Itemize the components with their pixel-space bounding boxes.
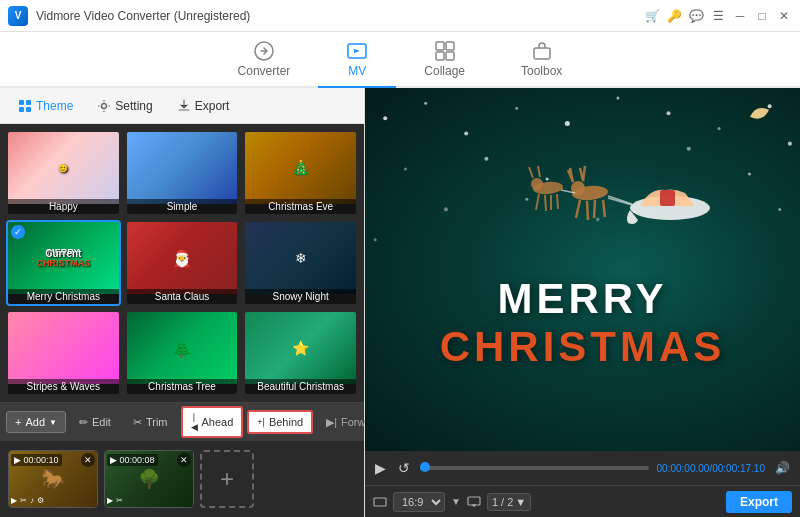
svg-point-12 xyxy=(383,116,387,120)
key-icon[interactable]: 🔑 xyxy=(666,8,682,24)
app-title: Vidmore Video Converter (Unregistered) xyxy=(36,9,644,23)
nav-toolbox[interactable]: Toolbox xyxy=(493,34,590,88)
clip1-cut-icon[interactable]: ✂ xyxy=(20,496,27,505)
theme-santa[interactable]: 🎅 Santa Claus xyxy=(125,220,240,306)
theme-tab-label: Theme xyxy=(36,99,73,113)
clip2-close[interactable]: ✕ xyxy=(177,453,191,467)
ahead-label: Ahead xyxy=(202,416,234,428)
setting-tab[interactable]: Setting xyxy=(87,95,162,117)
clip2-time: ▶ 00:00:08 xyxy=(107,454,158,466)
behind-icon: +| xyxy=(257,417,265,427)
progress-bar[interactable] xyxy=(420,466,649,470)
merry-text: MERRY xyxy=(365,275,800,323)
player-footer: 16:9 4:3 1:1 ▼ 1 / 2 ▼ Export xyxy=(365,485,800,517)
svg-point-26 xyxy=(444,207,448,211)
svg-rect-9 xyxy=(19,107,24,112)
nav-mv-label: MV xyxy=(348,64,366,78)
behind-label: Behind xyxy=(269,416,303,428)
loop-button[interactable]: ↺ xyxy=(396,458,412,478)
player-controls: ▶ ↺ 00:00:00.00/00:00:17.10 🔊 xyxy=(365,451,800,485)
clip1-play-icon[interactable]: ▶ xyxy=(11,496,17,505)
timeline-toolbar: + Add ▼ ✏ Edit ✂ Trim |◀ Ahead +| xyxy=(0,403,364,441)
clip1-settings-icon[interactable]: ⚙ xyxy=(37,496,44,505)
theme-snowy[interactable]: ❄ Snowy Night xyxy=(243,220,358,306)
svg-rect-2 xyxy=(436,42,444,50)
svg-rect-5 xyxy=(446,52,454,60)
edit-label: Edit xyxy=(92,416,111,428)
christmas-text: CHRISTMAS xyxy=(365,323,800,371)
cart-icon[interactable]: 🛒 xyxy=(644,8,660,24)
svg-point-29 xyxy=(374,238,377,241)
monitor-icon xyxy=(467,495,481,509)
svg-line-46 xyxy=(608,196,632,204)
play-button[interactable]: ▶ xyxy=(373,458,388,478)
theme-simple[interactable]: Simple xyxy=(125,130,240,216)
nav-converter[interactable]: Converter xyxy=(210,34,319,88)
theme-xmas-eve-label: Christmas Eve xyxy=(245,199,356,214)
svg-line-45 xyxy=(557,194,558,209)
add-clip-button[interactable]: + xyxy=(200,450,254,508)
theme-christmas-eve[interactable]: 🎄 Christmas Eve xyxy=(243,130,358,216)
close-icon[interactable]: ✕ xyxy=(776,8,792,24)
aspect-icon xyxy=(373,495,387,509)
clip1-audio-icon[interactable]: ♪ xyxy=(30,496,34,505)
menu-icon[interactable]: ☰ xyxy=(710,8,726,24)
nav-collage[interactable]: Collage xyxy=(396,34,493,88)
volume-button[interactable]: 🔊 xyxy=(773,459,792,477)
timeline-clips: 🐎 ▶ 00:00:10 ✕ ▶ ✂ ♪ ⚙ xyxy=(0,441,364,517)
theme-beautiful[interactable]: ⭐ Beautiful Christmas xyxy=(243,310,358,396)
title-bar: V Vidmore Video Converter (Unregistered)… xyxy=(0,0,800,32)
chat-icon[interactable]: 💬 xyxy=(688,8,704,24)
svg-point-25 xyxy=(748,172,751,175)
theme-happy[interactable]: 😊 Happy xyxy=(6,130,121,216)
clip1-time: ▶ 00:00:10 xyxy=(11,454,62,466)
svg-point-13 xyxy=(424,102,427,105)
resolution-select[interactable]: 1 / 2 ▼ xyxy=(487,493,531,511)
clip2-play-icon[interactable]: ▶ xyxy=(107,496,113,505)
theme-xmas-tree[interactable]: 🌲 Christmas Tree xyxy=(125,310,240,396)
trim-icon: ✂ xyxy=(133,416,142,429)
export-button[interactable]: Export xyxy=(726,491,792,513)
maximize-icon[interactable]: □ xyxy=(754,8,770,24)
clip2-cut-icon[interactable]: ✂ xyxy=(116,496,123,505)
svg-point-31 xyxy=(778,208,781,211)
svg-point-20 xyxy=(768,104,772,108)
theme-stripes-label: Stripes & Waves xyxy=(8,379,119,394)
export-tab[interactable]: Export xyxy=(167,95,240,117)
nav-converter-label: Converter xyxy=(238,64,291,78)
svg-point-17 xyxy=(616,97,619,100)
clip1-close[interactable]: ✕ xyxy=(81,453,95,467)
sub-toolbar: Theme Setting Export xyxy=(0,88,364,124)
svg-line-43 xyxy=(545,195,546,211)
add-button[interactable]: + Add ▼ xyxy=(6,411,66,433)
clip-1[interactable]: 🐎 ▶ 00:00:10 ✕ ▶ ✂ ♪ ⚙ xyxy=(8,450,98,508)
preview-scene: MERRY CHRISTMAS xyxy=(365,88,800,451)
theme-merry-christmas[interactable]: MERRYCHRISTMAS Current ✓ Merry Christmas xyxy=(6,220,121,306)
res-arrow: ▼ xyxy=(515,496,526,508)
behind-button[interactable]: +| Behind xyxy=(247,410,313,434)
ahead-button[interactable]: |◀ Ahead xyxy=(181,406,244,438)
theme-tab[interactable]: Theme xyxy=(8,95,83,117)
progress-dot xyxy=(420,462,430,472)
add-arrow: ▼ xyxy=(49,418,57,427)
setting-tab-label: Setting xyxy=(115,99,152,113)
svg-line-37 xyxy=(587,201,588,220)
theme-stripes[interactable]: Stripes & Waves xyxy=(6,310,121,396)
left-panel: Theme Setting Export 😊 Happy xyxy=(0,88,365,517)
add-label: Add xyxy=(25,416,45,428)
svg-point-14 xyxy=(464,131,468,135)
trim-button[interactable]: ✂ Trim xyxy=(124,411,177,434)
svg-rect-4 xyxy=(436,52,444,60)
nav-toolbox-label: Toolbox xyxy=(521,64,562,78)
right-panel: MERRY CHRISTMAS ▶ ↺ 00:00:00.00/00:00:17… xyxy=(365,88,800,517)
minimize-icon[interactable]: ─ xyxy=(732,8,748,24)
nav-mv[interactable]: MV xyxy=(318,34,396,88)
export-tab-label: Export xyxy=(195,99,230,113)
title-bar-icons: 🛒 🔑 💬 ☰ ─ □ ✕ xyxy=(644,8,792,24)
nav-collage-label: Collage xyxy=(424,64,465,78)
app-logo: V xyxy=(8,6,28,26)
clip-2[interactable]: 🌳 ▶ 00:00:08 ✕ ▶ ✂ xyxy=(104,450,194,508)
edit-button[interactable]: ✏ Edit xyxy=(70,411,120,434)
svg-point-22 xyxy=(484,157,488,161)
aspect-ratio-select[interactable]: 16:9 4:3 1:1 xyxy=(393,492,445,512)
